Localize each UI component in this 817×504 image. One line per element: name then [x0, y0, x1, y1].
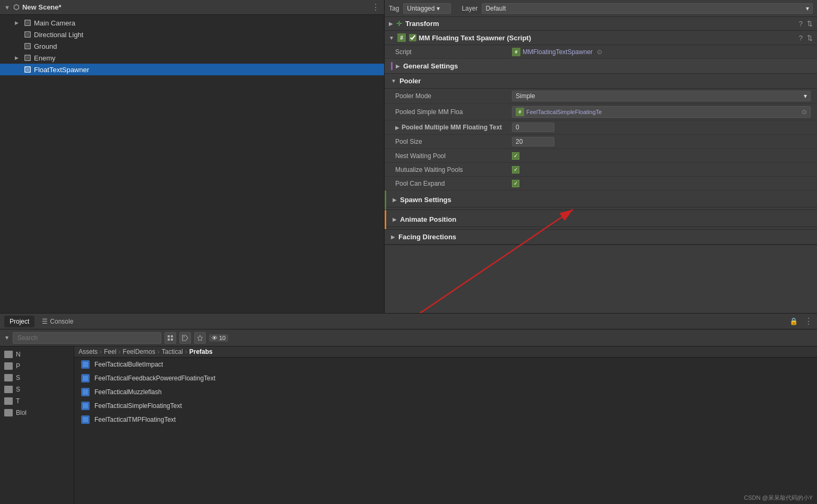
eye-count: 10: [219, 335, 225, 341]
folder-icon: [4, 386, 13, 393]
script-hash-icon: #: [397, 33, 406, 42]
bottom-tabs: Project ☰ Console 🔒 ⋮: [0, 314, 817, 329]
svg-rect-5: [26, 45, 29, 48]
transform-settings-icon[interactable]: ⇅: [807, 20, 813, 28]
pool-size-value: 20: [512, 137, 554, 146]
bottom-content: N P S S T Blol: [0, 346, 817, 504]
asset-target-icon[interactable]: ⊙: [802, 108, 807, 116]
breadcrumb-tactical[interactable]: Tactical: [162, 348, 183, 355]
facing-expand-arrow[interactable]: ▶: [391, 234, 395, 240]
nav-item-s1[interactable]: S: [0, 372, 74, 384]
asset-item-5[interactable]: FeelTacticalTMPFloatingText: [74, 413, 817, 427]
spawn-expand-arrow[interactable]: ▶: [393, 197, 397, 203]
packages-icon-btn[interactable]: [164, 332, 176, 344]
nav-item-t[interactable]: T: [0, 395, 74, 407]
nav-item-n[interactable]: N: [0, 349, 74, 360]
tree-item-ground[interactable]: Ground: [0, 40, 384, 52]
pooled-multiple-row: ▶ Pooled Multiple MM Floating Text 0: [385, 120, 817, 135]
transform-move-icon: ✛: [396, 20, 402, 28]
breadcrumb-feel[interactable]: Feel: [104, 348, 116, 355]
script-settings-icon[interactable]: ⇅: [807, 34, 813, 42]
asset-item-3[interactable]: FeelTacticalMuzzleflash: [74, 385, 817, 399]
lock-icon[interactable]: 🔒: [789, 317, 798, 325]
tab-project[interactable]: Project: [4, 316, 34, 327]
animate-position-section[interactable]: ▶ Animate Position: [386, 212, 817, 227]
inspector-panel: Tag Untagged ▾ Layer Default ▾ ▶ ✛ Trans…: [385, 0, 817, 313]
spawn-settings-section[interactable]: ▶ Spawn Settings: [386, 193, 817, 207]
layer-dropdown-arrow-icon: ▾: [806, 5, 809, 12]
breadcrumb-feeldemos[interactable]: FeelDemos: [123, 348, 155, 355]
asset-item-1[interactable]: FeelTacticalBulletImpact: [74, 358, 817, 371]
script-component-label: MM Floating Text Spawner (Script): [419, 34, 531, 42]
transform-expand-arrow[interactable]: ▶: [389, 21, 393, 27]
nest-waiting-checkbox[interactable]: ✓: [512, 152, 519, 160]
pooled-multiple-arrow[interactable]: ▶: [395, 125, 399, 131]
star-icon-btn[interactable]: [194, 332, 206, 344]
asset-label: FeelTacticalFeedbackPoweredFloatingText: [94, 375, 215, 382]
asset-item-2[interactable]: FeelTacticalFeedbackPoweredFloatingText: [74, 371, 817, 385]
hierarchy-content: ▶ Main Camera Directio: [0, 15, 384, 313]
svg-point-16: [184, 336, 185, 337]
tree-item-label: FloatTextSpawner: [34, 66, 89, 74]
tag-label: Tag: [389, 5, 399, 12]
hierarchy-menu-icon[interactable]: ⋮: [371, 2, 380, 12]
asset-item-4[interactable]: FeelTacticalSimpleFloatingText: [74, 399, 817, 413]
svg-rect-21: [83, 376, 88, 381]
layer-dropdown[interactable]: Default ▾: [482, 3, 813, 14]
asset-prefab-icon: [81, 373, 90, 383]
tab-console[interactable]: ☰ Console: [37, 316, 79, 327]
tree-item-float-text-spawner[interactable]: FloatTextSpawner: [0, 64, 384, 75]
tag-dropdown[interactable]: Untagged ▾: [403, 3, 451, 14]
nav-item-s2[interactable]: S: [0, 384, 74, 395]
facing-directions-section[interactable]: ▶ Facing Directions: [385, 230, 817, 245]
nav-s1-label: S: [16, 374, 20, 381]
pool-can-expand-checkbox[interactable]: ✓: [512, 180, 519, 187]
pooler-mode-value: Simple: [516, 92, 535, 100]
nav-item-p[interactable]: P: [0, 360, 74, 372]
tree-item-directional-light[interactable]: Directional Light: [0, 29, 384, 40]
breadcrumb-prefabs[interactable]: Prefabs: [189, 348, 213, 355]
hierarchy-title: ▼ ⬡ New Scene*: [4, 3, 62, 11]
script-property-label: Script: [395, 48, 512, 56]
mutualize-waiting-row: Mutualize Waiting Pools ✓: [385, 163, 817, 177]
search-input[interactable]: [13, 332, 161, 344]
tree-item-main-camera[interactable]: ▶ Main Camera: [0, 17, 384, 29]
cube-icon: [23, 30, 32, 39]
eye-icon: 👁: [212, 335, 218, 341]
script-enable-checkbox[interactable]: [409, 34, 416, 41]
breadcrumb-assets[interactable]: Assets: [79, 348, 98, 355]
pooler-section-header[interactable]: ▼ Pooler: [385, 74, 817, 89]
folder-icon: [4, 362, 13, 370]
tree-item-enemy[interactable]: ▶ Enemy: [0, 52, 384, 64]
asset-grid: Assets › Feel › FeelDemos › Tactical › P…: [74, 346, 817, 504]
svg-rect-3: [26, 33, 29, 36]
inspector-scroll[interactable]: ▶ ✛ Transform ? ⇅ ▼ # MM Floating Text S…: [385, 17, 817, 313]
pooler-expand-arrow[interactable]: ▼: [391, 78, 396, 84]
tag-icon-btn[interactable]: [179, 332, 191, 344]
layer-value: Default: [485, 5, 506, 12]
layer-label: Layer: [462, 5, 477, 12]
script-ref-target-icon[interactable]: ⊙: [597, 48, 602, 56]
bottom-toolbar: ▼ 👁 10: [0, 329, 817, 346]
script-expand-arrow[interactable]: ▼: [389, 35, 394, 41]
breadcrumb-bar: Assets › Feel › FeelDemos › Tactical › P…: [74, 346, 817, 358]
pool-can-expand-row: Pool Can Expand ✓: [385, 177, 817, 190]
pooler-mode-dropdown[interactable]: Simple ▾: [512, 91, 811, 101]
nest-waiting-label: Nest Waiting Pool: [395, 152, 512, 160]
general-settings-section[interactable]: ▶ General Settings: [385, 59, 817, 74]
transform-question-icon[interactable]: ?: [799, 20, 803, 28]
animate-expand-arrow[interactable]: ▶: [393, 216, 397, 222]
hierarchy-header: ▼ ⬡ New Scene* ⋮: [0, 0, 384, 15]
pooler-mode-label: Pooler Mode: [395, 92, 512, 100]
general-expand-arrow[interactable]: ▶: [396, 63, 400, 69]
tree-item-label: Enemy: [34, 54, 55, 62]
pooled-simple-value: FeelTacticalSimpleFloatingTe: [526, 109, 602, 115]
filter-expand-arrow[interactable]: ▼: [4, 335, 10, 341]
script-question-icon[interactable]: ?: [799, 34, 803, 42]
mutualize-waiting-checkbox[interactable]: ✓: [512, 166, 519, 173]
bottom-menu-icon[interactable]: ⋮: [804, 316, 813, 326]
asset-prefab-icon: [81, 415, 90, 424]
dropdown-arrow-icon: ▾: [437, 5, 440, 12]
nav-item-blol[interactable]: Blol: [0, 407, 74, 419]
collapse-arrow[interactable]: ▼: [4, 4, 10, 11]
